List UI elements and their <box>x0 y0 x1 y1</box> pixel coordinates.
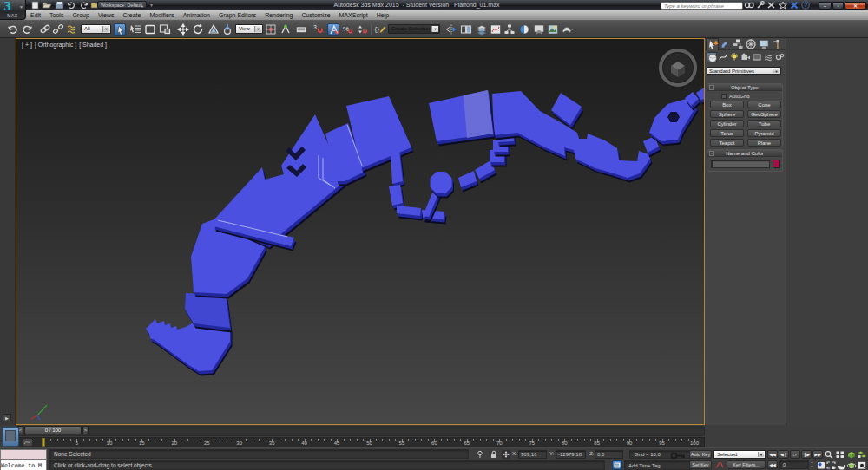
zoom-icon[interactable] <box>824 450 834 459</box>
set-key-button[interactable]: Set Key <box>689 460 712 469</box>
selection-lock-icon[interactable] <box>490 450 498 459</box>
primitive-button-pyramid[interactable]: Pyramid <box>747 129 781 137</box>
x-coordinate-field[interactable]: 369,16 <box>518 450 547 459</box>
menu-views[interactable]: Views <box>94 10 119 20</box>
current-frame-marker[interactable] <box>42 438 45 447</box>
geometry-subtab[interactable] <box>707 52 717 62</box>
modify-tab[interactable] <box>719 38 732 50</box>
curve-editor-icon[interactable] <box>490 23 502 36</box>
menu-edit[interactable]: Edit <box>26 10 45 20</box>
shapes-subtab[interactable] <box>718 52 728 62</box>
zoom-region-icon[interactable] <box>825 460 836 469</box>
viewport-menu-general[interactable]: [ + ] <box>22 42 32 48</box>
redo-icon[interactable] <box>21 23 33 36</box>
chain-plank-2[interactable] <box>389 185 403 206</box>
select-by-name-icon[interactable] <box>129 23 141 36</box>
zoom-extents-icon[interactable] <box>846 450 857 459</box>
select-manipulate-icon[interactable] <box>279 23 292 36</box>
viewport[interactable]: [ + ][ Orthographic ][ Shaded ] <box>16 38 705 425</box>
motion-tab[interactable] <box>745 38 758 50</box>
orbit-icon[interactable] <box>846 460 857 469</box>
zoom-all-icon[interactable] <box>835 450 845 459</box>
ref-coord-combo[interactable]: View▼ <box>235 24 263 34</box>
selected-face-band[interactable] <box>464 90 493 138</box>
hierarchy-tab[interactable] <box>732 38 745 50</box>
menu-modifiers[interactable]: Modifiers <box>145 10 178 20</box>
selection-set-combo[interactable]: Selected▼ <box>713 450 766 459</box>
maximize-viewport-icon[interactable] <box>857 460 867 469</box>
auto-key-button[interactable]: Auto Key <box>689 450 712 459</box>
select-rotate-icon[interactable] <box>192 23 204 36</box>
pan-hand-icon[interactable] <box>836 460 846 469</box>
next-frame-button[interactable]: ❙▶ <box>801 450 812 459</box>
viewport-menu-shading[interactable]: [ Shaded ] <box>79 42 107 48</box>
autogrid-checkbox[interactable] <box>721 94 727 99</box>
frame-spinner[interactable]: ▲▼ <box>810 460 814 469</box>
spacewarps-subtab[interactable] <box>763 52 773 62</box>
current-frame-field[interactable]: 0 <box>779 460 809 469</box>
time-slider-handle[interactable]: 0 / 100 <box>24 426 82 434</box>
object-color-swatch[interactable] <box>773 160 780 168</box>
menu-animation[interactable]: Animation <box>179 10 214 20</box>
application-menu-button[interactable]: 3 ▼ MAX <box>0 0 26 20</box>
menu-tools[interactable]: Tools <box>45 10 68 20</box>
object-type-rollout-header[interactable]: - Object Type <box>707 84 782 91</box>
primitive-button-plane[interactable]: Plane <box>747 139 781 147</box>
help-icon[interactable]: ? <box>800 1 811 10</box>
track-bar-ruler[interactable]: 5101520253035404550556065707580859095100 <box>16 437 705 447</box>
create-tab[interactable]: ✱ <box>706 38 719 50</box>
add-time-tag[interactable]: Add Time Tag <box>624 460 692 470</box>
exchange-icon[interactable] <box>789 1 799 10</box>
maxscript-listener[interactable]: Welcome to M <box>0 460 47 470</box>
prev-frame-button[interactable]: ◀❙ <box>779 450 789 459</box>
mini-curve-editor-button[interactable] <box>23 438 33 447</box>
schematic-view-icon[interactable] <box>503 23 516 36</box>
select-object-icon[interactable] <box>114 23 126 36</box>
key-mode-toggle[interactable]: ◀◀ <box>767 460 778 469</box>
go-start-button[interactable]: ◀◀ <box>767 450 778 459</box>
redo-icon[interactable] <box>78 1 89 10</box>
percent-snap-icon[interactable]: % <box>342 23 354 36</box>
primitive-button-cylinder[interactable]: Cylinder <box>710 120 744 127</box>
primitive-button-cone[interactable]: Cone <box>747 101 781 108</box>
menu-create[interactable]: Create <box>118 10 145 20</box>
search-input[interactable]: Type a keyword or phrase <box>661 2 743 10</box>
primitive-button-box[interactable]: Box <box>710 101 744 108</box>
play-button[interactable]: ▷ <box>790 450 800 459</box>
maximize-button[interactable]: ▫ <box>832 2 844 10</box>
time-slider-track[interactable] <box>16 426 705 436</box>
viewport-layout-tab[interactable] <box>2 427 19 447</box>
systems-subtab[interactable] <box>774 52 785 62</box>
name-color-rollout-header[interactable]: - Name and Color <box>707 150 782 157</box>
spinner-snap-icon[interactable] <box>356 23 368 36</box>
wrench-icon[interactable] <box>755 1 766 10</box>
new-file-icon[interactable] <box>30 1 41 10</box>
snap-3d-icon[interactable]: 3 <box>312 23 325 36</box>
rendered-frame-icon[interactable] <box>547 23 559 36</box>
menu-customize[interactable]: Customize <box>297 10 334 20</box>
zoom-extents-all-icon[interactable] <box>857 450 867 459</box>
object-name-field[interactable] <box>711 160 770 168</box>
next-frame-arrow[interactable]: > <box>82 426 89 434</box>
unlink-icon[interactable] <box>52 23 64 36</box>
workspace-combo[interactable]: Workspace: Default▼ <box>97 1 147 9</box>
open-file-icon[interactable] <box>42 1 53 10</box>
minimize-button[interactable]: – <box>819 2 832 10</box>
select-scale-icon[interactable] <box>207 23 220 36</box>
flyout-arrow-icon[interactable]: ▶ <box>3 414 11 421</box>
helpers-subtab[interactable] <box>752 52 762 62</box>
coordinate-display-icon[interactable] <box>502 450 510 459</box>
octagon-platform[interactable] <box>431 172 452 193</box>
bind-spacewarp-icon[interactable] <box>66 23 78 36</box>
close-button[interactable]: ✕ <box>845 2 866 10</box>
align-icon[interactable] <box>460 23 472 36</box>
rect-selection-region-icon[interactable] <box>144 23 156 36</box>
undo-icon[interactable] <box>66 1 77 10</box>
use-pivot-center-icon[interactable] <box>265 23 277 36</box>
viewport-menu-pov[interactable]: [ Orthographic ] <box>35 42 76 48</box>
menu-rendering[interactable]: Rendering <box>260 10 297 20</box>
binoculars-icon[interactable] <box>744 1 754 10</box>
menu-group[interactable]: Group <box>68 10 93 20</box>
save-icon[interactable] <box>54 1 65 10</box>
primitive-button-teapot[interactable]: Teapot <box>710 139 744 147</box>
